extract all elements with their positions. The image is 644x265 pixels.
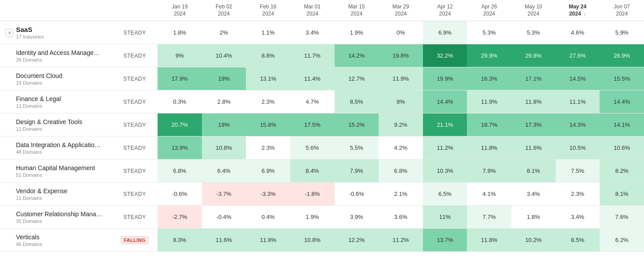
data-cell-r1-c0: 9%: [158, 44, 202, 67]
date-header-9[interactable]: May 242024 ↓: [556, 0, 600, 21]
data-cell-r0-c6: 6.9%: [423, 21, 467, 44]
data-cell-r5-c8: 11.6%: [511, 136, 556, 160]
data-cell-r9-c10: 6.2%: [600, 229, 644, 252]
data-cell-r0-c1: 2%: [202, 21, 246, 44]
data-cell-r9-c1: 11.6%: [202, 229, 246, 252]
main-table-container: Jan 192024Feb 022024Feb 162024Mar 012024…: [0, 0, 644, 252]
data-cell-r4-c3: 17.5%: [290, 113, 335, 136]
data-cell-r8-c2: 0.4%: [246, 206, 290, 229]
data-cell-r7-c5: 2.1%: [379, 183, 423, 206]
date-header-10[interactable]: Jun 072024: [600, 0, 644, 21]
data-cell-r9-c3: 10.8%: [290, 229, 335, 252]
table-row: ∨ SaaS 17 Industries STEADY1.8%2%1.1%3.4…: [0, 21, 644, 44]
date-header-5[interactable]: Mar 292024: [379, 0, 423, 21]
date-header-0[interactable]: Jan 192024: [158, 0, 202, 21]
data-cell-r4-c2: 15.8%: [246, 113, 290, 136]
trend-cell-3: STEADY: [112, 90, 158, 113]
collapse-icon[interactable]: ∨: [5, 29, 13, 37]
sector-sub: 48 Domains: [16, 149, 107, 155]
sector-header[interactable]: [0, 0, 112, 21]
data-cell-r6-c2: 6.9%: [246, 160, 290, 183]
date-header-2[interactable]: Feb 162024: [246, 0, 290, 21]
data-cell-r6-c5: 6.8%: [379, 160, 423, 183]
data-cell-r2-c10: 15.5%: [600, 67, 644, 90]
data-cell-r4-c5: 9.2%: [379, 113, 423, 136]
sector-cell-3: Finance & Legal 11 Domains: [0, 90, 112, 113]
data-cell-r0-c3: 3.4%: [290, 21, 335, 44]
data-cell-r2-c7: 16.3%: [467, 67, 511, 90]
data-cell-r1-c1: 10.4%: [202, 44, 246, 67]
table-row: Verticals 46 Domains FALLING8.3%11.6%11.…: [0, 229, 644, 252]
sector-sub: 11 Domains: [16, 195, 107, 201]
trend-cell-8: STEADY: [112, 206, 158, 229]
data-cell-r7-c1: -3.7%: [202, 183, 246, 206]
data-cell-r8-c10: 7.6%: [600, 206, 644, 229]
data-cell-r8-c8: 1.8%: [511, 206, 556, 229]
date-header-3[interactable]: Mar 012024: [290, 0, 335, 21]
trend-badge: STEADY: [120, 213, 150, 222]
data-cell-r8-c4: 3.9%: [335, 206, 379, 229]
data-cell-r7-c9: 2.3%: [556, 183, 600, 206]
sector-name: Document Cloud: [16, 72, 107, 79]
table-row: Vendor & Expense 11 Domains STEADY-0.6%-…: [0, 183, 644, 206]
data-cell-r0-c9: 4.6%: [556, 21, 600, 44]
trend-cell-6: STEADY: [112, 160, 158, 183]
data-cell-r2-c4: 12.7%: [335, 67, 379, 90]
sector-sub: 51 Domains: [16, 172, 107, 178]
data-cell-r4-c0: 20.7%: [158, 113, 202, 136]
sector-name: Verticals: [16, 234, 107, 241]
table-row: Identity and Access Manage… 28 Domains S…: [0, 44, 644, 67]
table-row: Document Cloud 19 Domains STEADY17.9%19%…: [0, 67, 644, 90]
sector-sub: 17 Industries: [16, 34, 44, 39]
data-cell-r0-c10: 5.9%: [600, 21, 644, 44]
data-cell-r1-c9: 27.6%: [556, 44, 600, 67]
sector-cell-1: Identity and Access Manage… 28 Domains: [0, 44, 112, 67]
sector-sub: 11 Domains: [16, 103, 107, 109]
data-cell-r3-c9: 11.1%: [556, 90, 600, 113]
date-header-1[interactable]: Feb 022024: [202, 0, 246, 21]
data-cell-r8-c3: 1.9%: [290, 206, 335, 229]
data-cell-r8-c5: 3.6%: [379, 206, 423, 229]
data-cell-r8-c6: 11%: [423, 206, 467, 229]
data-cell-r3-c10: 14.4%: [600, 90, 644, 113]
data-cell-r4-c7: 18.7%: [467, 113, 511, 136]
data-cell-r8-c7: 7.7%: [467, 206, 511, 229]
sector-name: Design & Creative Tools: [16, 118, 107, 125]
data-cell-r1-c8: 29.8%: [511, 44, 556, 67]
data-cell-r0-c8: 5.3%: [511, 21, 556, 44]
data-cell-r2-c0: 17.9%: [158, 67, 202, 90]
date-header-7[interactable]: Apr 262024: [467, 0, 511, 21]
data-cell-r2-c9: 14.5%: [556, 67, 600, 90]
sector-sub: 11 Domains: [16, 126, 107, 132]
date-header-4[interactable]: Mar 152024: [335, 0, 379, 21]
data-cell-r5-c5: 4.2%: [379, 136, 423, 160]
table-row: Finance & Legal 11 Domains STEADY0.3%2.8…: [0, 90, 644, 113]
sector-cell-6: Human Capital Management 51 Domains: [0, 160, 112, 183]
data-cell-r7-c0: -0.6%: [158, 183, 202, 206]
trend-badge: STEADY: [120, 167, 150, 175]
date-header-6[interactable]: Apr 122024: [423, 0, 467, 21]
data-cell-r6-c1: 6.4%: [202, 160, 246, 183]
sector-cell-5: Data Integration & Applicatio… 48 Domain…: [0, 136, 112, 160]
sector-cell-0: ∨ SaaS 17 Industries: [0, 21, 112, 44]
trend-cell-1: STEADY: [112, 44, 158, 67]
trend-cell-4: STEADY: [112, 113, 158, 136]
trend-badge: STEADY: [120, 121, 150, 129]
data-cell-r1-c4: 14.2%: [335, 44, 379, 67]
sector-name: Finance & Legal: [16, 95, 107, 102]
date-header-8[interactable]: May 102024: [511, 0, 556, 21]
trend-header[interactable]: [112, 0, 158, 21]
data-cell-r9-c4: 12.2%: [335, 229, 379, 252]
data-cell-r8-c0: -2.7%: [158, 206, 202, 229]
table-row: Customer Relationship Mana… 35 Domains S…: [0, 206, 644, 229]
data-cell-r6-c4: 7.9%: [335, 160, 379, 183]
data-cell-r0-c5: 0%: [379, 21, 423, 44]
data-cell-r6-c7: 7.9%: [467, 160, 511, 183]
data-cell-r2-c6: 19.9%: [423, 67, 467, 90]
data-cell-r1-c7: 29.9%: [467, 44, 511, 67]
sector-cell-8: Customer Relationship Mana… 35 Domains: [0, 206, 112, 229]
data-cell-r5-c10: 10.6%: [600, 136, 644, 160]
data-cell-r1-c5: 19.8%: [379, 44, 423, 67]
data-cell-r3-c1: 2.8%: [202, 90, 246, 113]
sector-cell-4: Design & Creative Tools 11 Domains: [0, 113, 112, 136]
